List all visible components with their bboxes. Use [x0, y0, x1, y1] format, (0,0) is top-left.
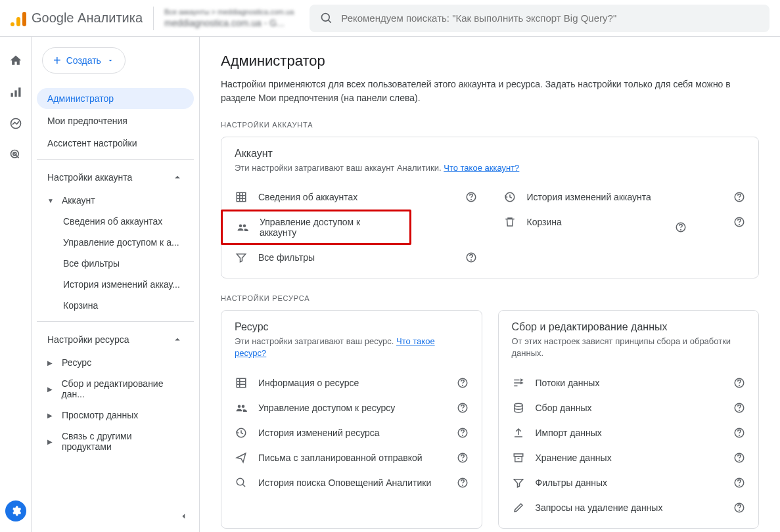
collapse-panel-icon[interactable]: [175, 508, 191, 524]
svg-point-20: [470, 260, 471, 261]
what-is-account-link[interactable]: Что такое аккаунт?: [444, 163, 519, 173]
search-icon: [320, 12, 333, 25]
advertising-icon[interactable]: [8, 147, 24, 163]
card-title: Сбор и редактирование данных: [512, 321, 746, 333]
account-name: meddiagnostica.com.ua - G...: [164, 17, 294, 29]
divider: [37, 159, 194, 160]
help-icon[interactable]: [733, 427, 745, 439]
link-resource-info[interactable]: Информация о ресурсе: [221, 370, 482, 395]
help-icon[interactable]: [457, 452, 469, 464]
sub-account[interactable]: ▼ Аккаунт: [37, 190, 194, 211]
sub-change-history[interactable]: История изменений аккау...: [37, 274, 194, 295]
svg-point-22: [739, 200, 740, 200]
help-icon[interactable]: [457, 427, 469, 439]
search-input[interactable]: [341, 12, 759, 24]
card-desc: Эти настройки затрагивают ваш ресурс. Чт…: [235, 336, 469, 359]
caret-down-icon: [106, 56, 114, 64]
page-title: Администратор: [221, 53, 759, 70]
help-icon[interactable]: [457, 402, 469, 414]
link-change-history[interactable]: История изменений аккаунта: [490, 185, 759, 210]
help-icon[interactable]: [733, 477, 745, 489]
upload-icon: [512, 427, 525, 439]
sub-view[interactable]: ▶Просмотр данных: [37, 405, 194, 426]
link-account-access[interactable]: Управление доступом к аккаунту: [221, 210, 411, 245]
link-data-retention[interactable]: Хранение данных: [499, 445, 759, 470]
link-resource-history[interactable]: История изменений ресурса: [221, 420, 482, 445]
account-path: Все аккаунты > meddiagnostica.com.ua: [164, 7, 294, 16]
svg-point-42: [462, 485, 463, 485]
data-collection-card: Сбор и редактирование данных От этих нас…: [498, 310, 760, 528]
svg-point-39: [237, 478, 244, 485]
svg-point-0: [322, 13, 330, 21]
link-all-filters[interactable]: Все фильтры: [221, 245, 490, 270]
resource-card: Ресурс Эти настройки затрагивают ваш рес…: [221, 310, 482, 528]
people-icon: [236, 221, 249, 233]
content-area: Администратор Настройки применяются для …: [200, 37, 780, 532]
nav-setup-assistant[interactable]: Ассистент настройки: [37, 133, 194, 154]
help-icon[interactable]: [465, 191, 477, 203]
link-account-details[interactable]: Сведения об аккаунтах: [221, 185, 490, 210]
home-icon[interactable]: [8, 53, 24, 68]
side-panel: + Создать Администратор Мои предпочтения…: [32, 37, 200, 532]
top-bar: Google Аналитика Все аккаунты > meddiagn…: [0, 0, 780, 37]
link-label: История изменений ресурса: [258, 428, 446, 438]
section-resource-settings[interactable]: Настройки ресурса: [37, 327, 194, 352]
link-resource-access[interactable]: Управление доступом к ресурсу: [221, 395, 482, 420]
help-icon[interactable]: [457, 477, 469, 489]
sub-link[interactable]: ▶Связь с другими продуктами: [37, 426, 194, 457]
sub-resource[interactable]: ▶Ресурс: [37, 352, 194, 373]
caret-right-icon: ▶: [47, 359, 55, 366]
reports-icon[interactable]: [8, 84, 24, 100]
link-label: Письма с запланированной отправкой: [258, 453, 446, 463]
trash-icon: [503, 216, 516, 228]
help-icon[interactable]: [457, 377, 469, 389]
svg-rect-8: [237, 192, 246, 202]
help-icon[interactable]: [733, 452, 745, 464]
link-alerts-history[interactable]: История поиска Оповещений Аналитики: [221, 470, 482, 495]
link-data-filters[interactable]: Фильтры данных: [499, 470, 759, 495]
search-box[interactable]: [310, 5, 769, 32]
link-scheduled-emails[interactable]: Письма с запланированной отправкой: [221, 445, 482, 470]
account-selector[interactable]: Все аккаунты > meddiagnostica.com.ua med…: [164, 7, 294, 28]
settings-gear-icon[interactable]: [5, 500, 26, 521]
nav-admin[interactable]: Администратор: [37, 88, 194, 109]
svg-point-57: [739, 460, 740, 460]
link-data-deletion[interactable]: Запросы на удаление данных: [499, 495, 759, 520]
link-label: Управление доступом к ресурсу: [258, 403, 446, 413]
brand-wrap: Google Аналитика: [11, 7, 154, 30]
explore-icon[interactable]: [8, 116, 24, 131]
create-button[interactable]: + Создать: [42, 47, 126, 74]
nav-preferences[interactable]: Мои предпочтения: [37, 110, 194, 131]
svg-rect-25: [237, 378, 246, 388]
link-label: Потоки данных: [536, 378, 723, 388]
brand-text: Google Аналитика: [32, 11, 143, 26]
link-trash[interactable]: Корзина: [490, 210, 759, 234]
link-label: Сбор данных: [536, 403, 723, 413]
link-data-streams[interactable]: Потоки данных: [499, 370, 759, 395]
sub-all-filters[interactable]: Все фильтры: [37, 253, 194, 274]
section-label-account: НАСТРОЙКИ АККАУНТА: [221, 121, 759, 129]
sub-collection[interactable]: ▶Сбор и редактирование дан...: [37, 373, 194, 405]
sub-trash[interactable]: Корзина: [37, 295, 194, 316]
link-label: Корзина: [527, 217, 723, 227]
section-label: Настройки ресурса: [47, 334, 129, 345]
sub-account-details[interactable]: Сведения об аккаунтах: [37, 211, 194, 232]
sub-account-access[interactable]: Управление доступом к а...: [37, 232, 194, 253]
sub-label: Ресурс: [62, 357, 91, 368]
caret-right-icon: ▶: [47, 412, 55, 419]
caret-right-icon: ▶: [47, 438, 55, 445]
help-icon[interactable]: [733, 191, 745, 203]
help-icon[interactable]: [733, 402, 745, 414]
svg-point-48: [515, 403, 522, 407]
help-icon[interactable]: [733, 502, 745, 514]
sub-label: Аккаунт: [62, 195, 95, 206]
card-desc: Эти настройки затрагивают ваш аккаунт Ан…: [235, 162, 745, 174]
section-account-settings[interactable]: Настройки аккаунта: [37, 165, 194, 190]
svg-point-30: [462, 385, 463, 386]
link-data-collection[interactable]: Сбор данных: [499, 395, 759, 420]
help-icon[interactable]: [733, 377, 745, 389]
help-icon[interactable]: [733, 216, 745, 228]
streams-icon: [512, 377, 525, 389]
link-data-import[interactable]: Импорт данных: [499, 420, 759, 445]
help-icon[interactable]: [465, 252, 477, 263]
